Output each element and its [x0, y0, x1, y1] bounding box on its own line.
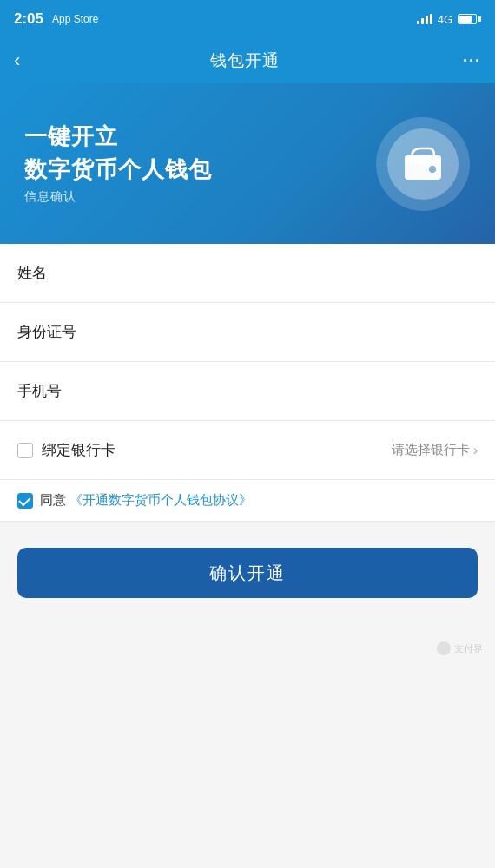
status-icons: 4G [417, 13, 481, 26]
svg-rect-1 [405, 155, 441, 164]
idcard-field: 身份证号 [0, 303, 495, 362]
wallet-icon [403, 147, 443, 181]
phone-label: 手机号 [17, 381, 87, 401]
name-input[interactable] [87, 266, 478, 281]
battery-icon [458, 14, 481, 24]
status-bar: 2:05 App Store 4G [0, 0, 495, 38]
hero-subtitle: 信息确认 [24, 189, 375, 205]
agreement-row: 同意 《开通数字货币个人钱包协议》 [0, 480, 495, 522]
back-button[interactable]: ‹ [14, 46, 27, 76]
bank-chevron-icon: › [473, 443, 478, 458]
bank-card-label: 绑定银行卡 [42, 440, 392, 460]
idcard-label: 身份证号 [17, 322, 87, 342]
phone-field: 手机号 [0, 362, 495, 421]
name-field: 姓名 [0, 244, 495, 303]
bank-card-row: 绑定银行卡 请选择银行卡 › [0, 421, 495, 480]
hero-icon-area [375, 116, 471, 212]
idcard-input[interactable] [87, 325, 478, 340]
network-label: 4G [438, 13, 452, 26]
more-button[interactable]: ··· [463, 52, 481, 70]
status-time: 2:05 [14, 10, 43, 28]
confirm-button[interactable]: 确认开通 [17, 548, 478, 598]
hero-title-line2: 数字货币个人钱包 [24, 155, 375, 185]
app-store-label: App Store [52, 13, 98, 25]
hero-banner: 一键开立 数字货币个人钱包 信息确认 [0, 83, 495, 244]
watermark-text: 支付界 [454, 642, 483, 655]
form-area: 姓名 身份证号 手机号 绑定银行卡 请选择银行卡 › 同意 《开通数字货币个人钱… [0, 244, 495, 522]
watermark: 支付界 [0, 633, 495, 657]
svg-point-2 [428, 165, 437, 174]
hero-circle-inner [387, 128, 459, 200]
phone-input[interactable] [87, 384, 478, 399]
page-title: 钱包开通 [210, 49, 280, 72]
bank-select-text[interactable]: 请选择银行卡 [392, 442, 470, 458]
watermark-circle-icon [437, 641, 451, 655]
bank-card-checkbox[interactable] [17, 443, 33, 458]
hero-text: 一键开立 数字货币个人钱包 信息确认 [24, 122, 375, 206]
spacer [0, 522, 495, 548]
agree-label: 同意 [40, 492, 66, 509]
hero-circle-outer [376, 117, 470, 211]
agreement-link[interactable]: 《开通数字货币个人钱包协议》 [69, 492, 252, 509]
nav-bar: ‹ 钱包开通 ··· [0, 38, 495, 83]
confirm-btn-wrap: 确认开通 [0, 548, 495, 633]
name-label: 姓名 [17, 263, 87, 283]
signal-icon [417, 14, 432, 24]
agreement-checkbox[interactable] [17, 493, 33, 509]
hero-title-line1: 一键开立 [24, 122, 375, 152]
